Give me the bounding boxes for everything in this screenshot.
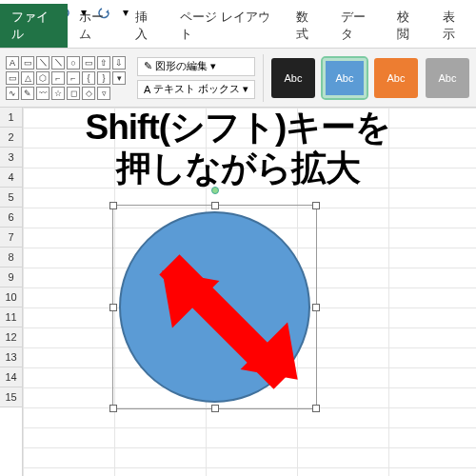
tab-view[interactable]: 表示 [431,4,476,48]
row-header[interactable]: 15 [0,387,22,407]
shape-more2-icon[interactable]: ▿ [97,87,110,100]
shape-rect-icon[interactable]: ▭ [21,56,34,69]
edit-shape-icon: ✎ [144,60,155,72]
enlarge-arrow-icon [148,243,305,400]
row-header[interactable]: 5 [0,188,22,208]
style-swatch-gray[interactable]: Abc [426,58,469,98]
shape-brace2-icon[interactable]: } [97,71,110,85]
resize-handle-nw[interactable] [109,202,117,209]
text-box-icon: A [144,84,153,95]
shape-scribble-icon[interactable]: 〰 [36,87,50,100]
ribbon: A ▭ ＼ ＼ ○ ▭ ⇧ ⇩ ▭ △ ⬡ ⌐ ⌐ { } ▾ ∿ ✎ 〰 ☆ … [0,49,476,108]
style-swatch-blue-selected[interactable]: Abc [323,58,367,98]
shape-textbox-icon[interactable]: A [6,56,19,69]
text-box-label: テキスト ボックス ▾ [153,82,248,96]
row-header[interactable]: 12 [0,327,22,347]
shape-brace-icon[interactable]: { [82,71,95,85]
row-header[interactable]: 9 [0,268,22,288]
row-header[interactable]: 14 [0,367,22,387]
row-header[interactable]: 7 [0,228,22,248]
resize-handle-n[interactable] [211,202,219,209]
style-swatch-black[interactable]: Abc [271,58,315,98]
shape-rect2-icon[interactable]: ▭ [82,56,95,69]
ribbon-separator [263,54,264,102]
row-header[interactable]: 6 [0,208,22,228]
row-header[interactable]: 11 [0,307,22,327]
edit-shape-button[interactable]: ✎ 図形の編集 ▾ [137,57,255,76]
shape-oval-icon[interactable]: ○ [67,56,80,69]
shape-hex-icon[interactable]: ⬡ [36,71,50,85]
resize-handle-e[interactable] [312,304,320,311]
resize-handle-ne[interactable] [312,202,320,209]
tab-insert[interactable]: 挿入 [124,4,169,48]
row-header[interactable]: 10 [0,288,22,307]
shape-conn-icon[interactable]: ⌐ [51,71,65,85]
shape-arrowup-icon[interactable]: ⇧ [97,56,110,69]
row-header[interactable]: 8 [0,248,22,268]
shape-more-icon[interactable]: ▾ [112,71,126,85]
shape-flow-icon[interactable]: ◇ [82,87,95,100]
instruction-line1: Shift(シフト)キーを [0,108,476,149]
shape-line-icon[interactable]: ＼ [36,56,50,69]
shape-callout-icon[interactable]: ◻ [67,87,80,100]
instruction-line2: 押しながら拡大 [0,149,476,189]
shape-gallery[interactable]: A ▭ ＼ ＼ ○ ▭ ⇧ ⇩ ▭ △ ⬡ ⌐ ⌐ { } ▾ ∿ ✎ 〰 ☆ … [6,56,126,100]
shape-arrowdown-icon[interactable]: ⇩ [112,56,126,69]
shape-rect3-icon[interactable]: ▭ [6,71,19,85]
shape-styles: Abc Abc Abc Abc [271,58,469,98]
ribbon-tabs: ファイル ホーム 挿入 ページ レイアウト 数式 データ 校閲 表示 [0,24,476,49]
instruction-overlay: Shift(シフト)キーを 押しながら拡大 [0,108,476,188]
shape-edit-group: ✎ 図形の編集 ▾ A テキスト ボックス ▾ [137,57,255,99]
tab-pagelayout[interactable]: ページ レイアウト [169,4,284,48]
shape-line2-icon[interactable]: ＼ [51,56,65,69]
text-box-button[interactable]: A テキスト ボックス ▾ [137,80,255,99]
shape-curve-icon[interactable]: ∿ [6,87,19,100]
tab-review[interactable]: 校閲 [386,4,430,48]
tab-home[interactable]: ホーム [68,4,124,48]
shape-conn2-icon[interactable]: ⌐ [67,71,80,85]
edit-shape-label: 図形の編集 ▾ [155,59,216,73]
shape-star-icon[interactable]: ☆ [51,87,65,100]
resize-handle-sw[interactable] [109,405,117,412]
resize-handle-s[interactable] [211,405,219,412]
resize-handle-w[interactable] [109,304,117,311]
resize-handle-se[interactable] [312,405,320,412]
tab-formulas[interactable]: 数式 [285,4,329,48]
style-swatch-orange[interactable]: Abc [374,58,418,98]
row-header[interactable]: 13 [0,347,22,367]
tab-data[interactable]: データ [329,4,386,48]
shape-free-icon[interactable]: ✎ [21,87,34,100]
tab-file[interactable]: ファイル [0,4,68,48]
shape-tri-icon[interactable]: △ [21,71,34,85]
